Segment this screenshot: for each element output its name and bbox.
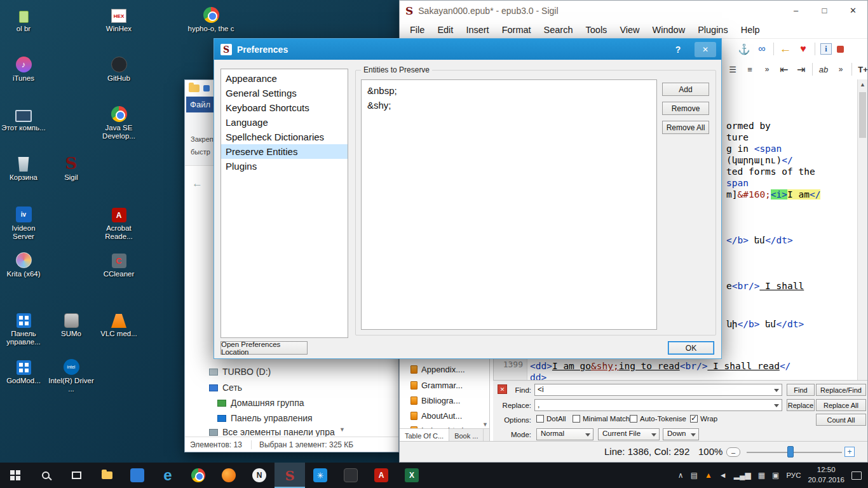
- heart-icon[interactable]: ♥: [797, 42, 810, 56]
- dropdown-arrow-icon[interactable]: [651, 433, 656, 437]
- taskbar-file-explorer[interactable]: [92, 463, 122, 488]
- back-arrow-icon[interactable]: ←: [192, 177, 203, 190]
- book-file-item[interactable]: AboutAut...: [400, 408, 462, 423]
- nav-item-control-panel[interactable]: Панель управления: [217, 411, 313, 425]
- direction-select[interactable]: Down: [663, 428, 699, 440]
- desktop-icon-chrome-doc[interactable]: hypho-o, the c: [187, 4, 234, 33]
- checkbox-auto-tokenise[interactable]: Auto-Tokenise: [630, 415, 686, 423]
- checkbox-dotall[interactable]: DotAll: [536, 415, 566, 423]
- help-button[interactable]: ?: [670, 43, 686, 57]
- tab-book-browser[interactable]: Book ...: [449, 429, 484, 442]
- explorer-file-tab[interactable]: Файл: [186, 97, 214, 112]
- taskbar-blue-app[interactable]: [122, 463, 153, 488]
- display-tray-icon[interactable]: ▤: [691, 471, 698, 480]
- taskbar-edge[interactable]: e: [153, 463, 183, 488]
- overflow-chevron-icon[interactable]: »: [761, 62, 773, 76]
- dropdown-arrow-icon[interactable]: [691, 433, 696, 437]
- book-file-item[interactable]: Appendix....: [400, 362, 465, 377]
- desktop-icon-itunes[interactable]: ♪ iTunes: [0, 53, 47, 83]
- taskbar-acrobat[interactable]: A: [366, 463, 397, 488]
- replace-find-button[interactable]: Replace/Find: [816, 384, 866, 396]
- open-preferences-location-button[interactable]: Open Preferences Location: [220, 341, 308, 355]
- vlc-tray-icon[interactable]: ▲: [705, 471, 712, 480]
- taskbar-excel[interactable]: X: [397, 463, 427, 488]
- overflow-chevron-icon[interactable]: »: [834, 62, 847, 76]
- action-center-icon[interactable]: [851, 471, 862, 480]
- category-language[interactable]: Language: [221, 115, 348, 130]
- language-indicator[interactable]: РУС: [786, 471, 801, 479]
- desktop-icon-control-panel[interactable]: Панель управле...: [0, 309, 47, 346]
- entity-item[interactable]: &nbsp;: [362, 83, 656, 98]
- bulleted-list-icon[interactable]: ☰: [726, 62, 739, 76]
- desktop-icon-ol-br[interactable]: ol br: [0, 4, 47, 33]
- taskbar-n-app[interactable]: N: [244, 463, 275, 488]
- dropdown-arrow-icon[interactable]: [774, 404, 779, 407]
- checkbox-wrap[interactable]: Wrap: [690, 415, 717, 423]
- nav-item-network[interactable]: Сеть: [209, 381, 242, 395]
- link-icon[interactable]: ∞: [756, 42, 768, 56]
- tab-table-of-contents[interactable]: Table Of C...: [400, 429, 449, 442]
- find-input[interactable]: <i: [534, 384, 782, 396]
- code-scrollbar[interactable]: ▲: [857, 79, 867, 380]
- menu-plugins[interactable]: Plugins: [691, 25, 735, 35]
- dropdown-arrow-icon[interactable]: [774, 389, 779, 392]
- maximize-button[interactable]: □: [810, 1, 839, 20]
- find-close-button[interactable]: ✕: [498, 384, 507, 394]
- keyboard-icon[interactable]: ▦: [758, 471, 765, 480]
- anchor-icon[interactable]: ⚓: [738, 42, 750, 56]
- scrollbar-thumb[interactable]: [859, 92, 866, 138]
- zoom-in-button[interactable]: +: [844, 447, 855, 457]
- info-icon[interactable]: i: [820, 43, 832, 55]
- checkbox-checked-icon[interactable]: [690, 415, 698, 423]
- taskbar-blue-star-app[interactable]: ✳: [305, 463, 336, 488]
- nav-item-drive[interactable]: TURBO (D:): [209, 365, 271, 379]
- menu-insert[interactable]: Insert: [459, 25, 495, 35]
- remove-all-button[interactable]: Remove All: [662, 121, 709, 134]
- desktop-icon-godmode[interactable]: GodMod...: [0, 356, 47, 385]
- desktop-icon-sumo[interactable]: SUMo: [48, 309, 95, 338]
- desktop-icon-this-pc[interactable]: Этот компь...: [0, 103, 47, 132]
- desktop-icon-acrobat[interactable]: A Acrobat Reade...: [95, 203, 142, 241]
- desktop-icon-ivideon[interactable]: iv Ivideon Server: [0, 203, 47, 241]
- category-spellcheck-dictionaries[interactable]: Spellcheck Dictionaries: [221, 130, 348, 144]
- red-marker-icon[interactable]: [837, 46, 844, 53]
- replace-button[interactable]: Replace: [787, 399, 815, 411]
- dialog-close-button[interactable]: ✕: [695, 42, 716, 57]
- desktop-icon-intel-driver[interactable]: intel Intel(R) Driver ...: [48, 356, 95, 393]
- desktop-icon-java-se[interactable]: Java SE Develop...: [95, 103, 142, 140]
- desktop-icon-vlc[interactable]: VLC med...: [95, 309, 142, 338]
- start-button[interactable]: [0, 463, 31, 488]
- scope-select[interactable]: Current File: [598, 428, 660, 440]
- taskbar-sigil-active[interactable]: S: [275, 463, 305, 488]
- taskbar-chrome[interactable]: [183, 463, 214, 488]
- category-keyboard-shortcuts[interactable]: Keyboard Shortcuts: [221, 100, 348, 115]
- desktop-icon-recycle-bin[interactable]: Корзина: [0, 152, 47, 182]
- desktop-icon-ccleaner[interactable]: C CCleaner: [95, 249, 142, 278]
- desktop-icon-winhex[interactable]: HEX WinHex: [95, 4, 142, 33]
- outdent-icon[interactable]: ⇤: [778, 62, 790, 76]
- menu-tools[interactable]: Tools: [580, 25, 614, 35]
- task-view-button[interactable]: [61, 463, 92, 488]
- checkbox-icon[interactable]: [573, 415, 580, 423]
- menu-format[interactable]: Format: [496, 25, 538, 35]
- remove-button[interactable]: Remove: [662, 102, 709, 115]
- desktop-icon-sigil[interactable]: S Sigil: [48, 152, 95, 182]
- replace-input[interactable]: ,: [534, 399, 782, 411]
- nav-item-homegroup[interactable]: Домашняя группа: [217, 396, 304, 410]
- zoom-out-button[interactable]: –: [726, 447, 740, 457]
- minimize-button[interactable]: –: [782, 1, 810, 20]
- ab-case-icon[interactable]: ab: [817, 62, 830, 76]
- network-icon[interactable]: ▂▄▆: [734, 471, 751, 480]
- menu-view[interactable]: View: [613, 25, 646, 35]
- entities-list[interactable]: &nbsp; &shy;: [361, 79, 657, 330]
- clock[interactable]: 12:50 20.07.2016: [808, 465, 844, 485]
- desktop-icon-krita[interactable]: Krita (x64): [0, 249, 47, 278]
- category-plugins[interactable]: Plugins: [221, 159, 348, 173]
- book-file-item[interactable]: Bibliogra...: [400, 393, 460, 408]
- text-plus-icon[interactable]: T+: [857, 62, 868, 76]
- ok-button[interactable]: OK: [668, 341, 714, 355]
- menu-help[interactable]: Help: [735, 25, 766, 35]
- menu-window[interactable]: Window: [646, 25, 692, 35]
- tray-app-icon[interactable]: ▣: [772, 471, 779, 480]
- add-button[interactable]: Add: [662, 83, 709, 96]
